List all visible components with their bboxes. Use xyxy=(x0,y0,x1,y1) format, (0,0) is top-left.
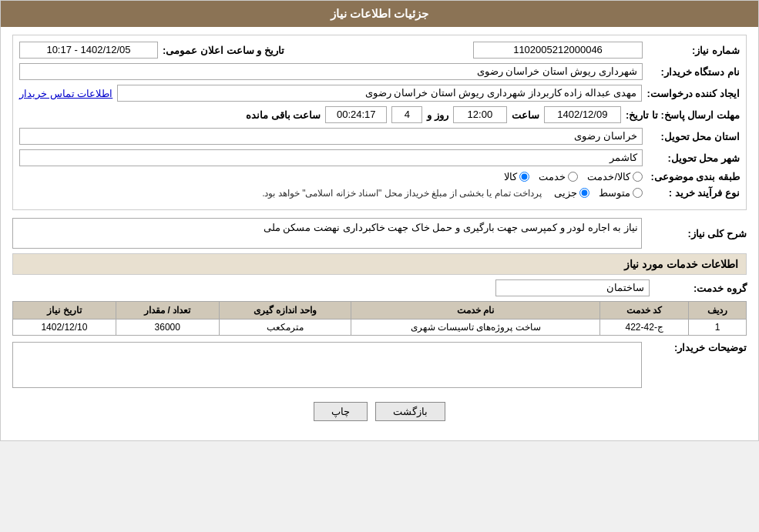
col-quantity: تعداد / مقدار xyxy=(116,302,219,320)
category-khedmat-radio[interactable] xyxy=(568,172,578,182)
purchase-jozyi-label: جزیی xyxy=(554,187,577,199)
creator-value: مهدی عبداله زاده کاربرداز شهرداری ریوش ا… xyxy=(117,85,642,102)
need-description-value: نیاز به اجاره لودر و کمپرسی جهت بارگیری … xyxy=(12,218,642,249)
category-kala-option[interactable]: کالا xyxy=(504,171,529,182)
table-cell: 36000 xyxy=(116,320,219,336)
purchase-jozyi-radio[interactable] xyxy=(579,188,589,198)
services-table: ردیف کد خدمت نام خدمت واحد اندازه گیری ت… xyxy=(12,301,747,336)
service-group-label: گروه خدمت: xyxy=(654,283,747,294)
col-service-name: نام خدمت xyxy=(351,302,599,320)
print-button[interactable]: چاپ xyxy=(314,402,368,421)
buyer-description-textarea[interactable] xyxy=(12,342,642,388)
buyer-description-label: توضیحات خریدار: xyxy=(646,342,747,353)
purchase-note: پرداخت تمام یا بخشی از مبلغ خریداز محل "… xyxy=(262,188,542,199)
col-service-code: کد خدمت xyxy=(600,302,689,320)
col-unit: واحد اندازه گیری xyxy=(219,302,351,320)
category-khedmat-option[interactable]: خدمت xyxy=(539,171,578,182)
purchase-jozyi-option[interactable]: جزیی xyxy=(554,187,589,199)
purchase-motavaset-option[interactable]: متوسط xyxy=(599,187,643,199)
category-kala-khedmat-radio[interactable] xyxy=(633,172,643,182)
table-cell: 1402/12/10 xyxy=(13,320,116,336)
table-cell: ساخت پروژه‌های تاسیسات شهری xyxy=(351,320,599,336)
category-kala-label: کالا xyxy=(504,171,517,182)
category-kala-khedmat-label: کالا/خدمت xyxy=(587,171,630,182)
table-cell: 1 xyxy=(689,320,747,336)
creator-label: ایجاد کننده درخواست: xyxy=(646,88,740,99)
back-button[interactable]: بازگشت xyxy=(375,402,445,421)
table-cell: مترمکعب xyxy=(219,320,351,336)
buyer-org-label: نام دستگاه خریدار: xyxy=(647,66,740,78)
purchase-motavaset-label: متوسط xyxy=(599,187,630,199)
need-description-label: شرح کلی نیاز: xyxy=(646,228,747,239)
button-row: بازگشت چاپ xyxy=(12,394,747,433)
delivery-city-value: کاشمر xyxy=(19,149,643,166)
date-time-value: 1402/12/05 - 10:17 xyxy=(19,42,158,59)
need-number-value: 1102005212000046 xyxy=(473,42,643,59)
delivery-province-label: استان محل تحویل: xyxy=(647,131,740,142)
page-title: جزئیات اطلاعات نیاز xyxy=(1,1,758,27)
delivery-province-value: خراسان رضوی xyxy=(19,128,643,145)
contact-link[interactable]: اطلاعات تماس خریدار xyxy=(19,88,113,99)
date-time-label: تاریخ و ساعت اعلان عمومی: xyxy=(163,45,284,56)
category-kala-radio[interactable] xyxy=(519,172,529,182)
deadline-label: مهلت ارسال پاسخ: تا تاریخ: xyxy=(626,109,740,121)
purchase-type-label: نوع فرآیند خرید : xyxy=(647,187,740,199)
buyer-org-value: شهرداری ریوش استان خراسان رضوی xyxy=(19,63,643,80)
deadline-time: 12:00 xyxy=(453,106,507,123)
deadline-time-label: ساعت xyxy=(512,109,539,121)
category-khedmat-label: خدمت xyxy=(539,171,566,182)
services-section-title: اطلاعات خدمات مورد نیاز xyxy=(12,253,747,275)
service-group-value: ساختمان xyxy=(495,279,650,296)
delivery-city-label: شهر محل تحویل: xyxy=(647,152,740,164)
purchase-motavaset-radio[interactable] xyxy=(633,188,643,198)
deadline-days: 4 xyxy=(391,106,422,123)
deadline-date: 1402/12/09 xyxy=(544,106,621,123)
col-need-date: تاریخ نیاز xyxy=(13,302,116,320)
table-cell: ج-42-422 xyxy=(600,320,689,336)
deadline-remaining-label: ساعت باقی مانده xyxy=(246,109,321,121)
deadline-remaining: 00:24:17 xyxy=(325,106,387,123)
category-kala-khedmat-option[interactable]: کالا/خدمت xyxy=(587,171,643,182)
category-label: طبقه بندی موضوعی: xyxy=(647,171,740,182)
deadline-days-label: روز و xyxy=(427,109,448,121)
table-row: 1ج-42-422ساخت پروژه‌های تاسیسات شهریمترم… xyxy=(13,320,747,336)
col-row-num: ردیف xyxy=(689,302,747,320)
need-number-label: شماره نیاز: xyxy=(647,45,740,56)
